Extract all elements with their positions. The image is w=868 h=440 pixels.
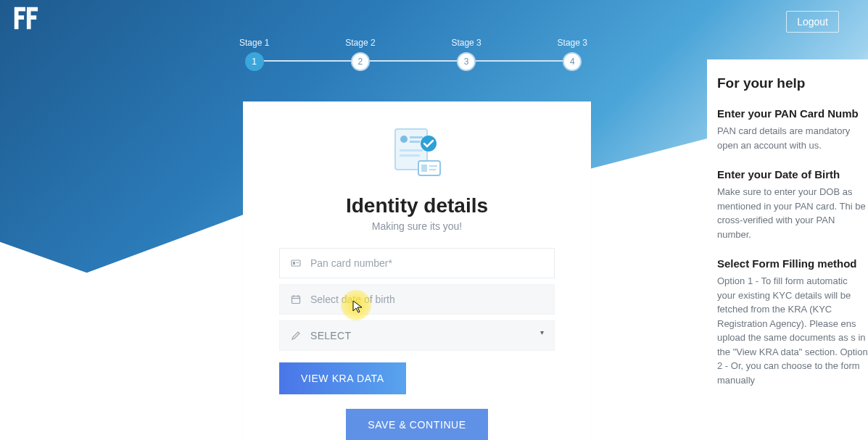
- identity-card: Identity details Making sure its you! SE…: [243, 101, 591, 440]
- svg-rect-14: [292, 296, 300, 304]
- step-label: Stage 2: [345, 38, 375, 48]
- help-heading-dob: Enter your Date of Birth: [717, 168, 868, 180]
- dob-input[interactable]: [310, 294, 544, 305]
- pan-field[interactable]: [279, 248, 555, 278]
- step-label: Stage 3: [451, 38, 481, 48]
- step-connector: [249, 60, 359, 62]
- save-continue-button[interactable]: SAVE & CONTINUE: [346, 409, 488, 440]
- help-sidebar: For your help Enter your PAN Card Numb P…: [707, 59, 868, 387]
- svg-point-6: [421, 136, 437, 151]
- logout-button[interactable]: Logout: [786, 11, 839, 33]
- svg-rect-5: [400, 154, 420, 157]
- pencil-icon: [290, 330, 302, 341]
- brand-logo: [12, 4, 39, 35]
- select-value: SELECT: [310, 330, 544, 341]
- svg-point-1: [400, 136, 408, 143]
- dob-field[interactable]: [279, 284, 555, 315]
- help-heading-method: Select Form Filling method: [717, 257, 868, 270]
- progress-stepper: Stage 1 1 Stage 2 2 Stage 3 3 Stage 3 4: [239, 38, 587, 71]
- chevron-down-icon: ▾: [540, 328, 544, 336]
- svg-rect-4: [400, 149, 423, 151]
- step-1[interactable]: Stage 1 1: [239, 38, 269, 71]
- pan-input[interactable]: [310, 257, 544, 269]
- svg-rect-8: [421, 165, 427, 172]
- view-kra-button[interactable]: VIEW KRA DATA: [279, 362, 406, 394]
- step-4[interactable]: Stage 3 4: [558, 38, 587, 71]
- step-label: Stage 3: [558, 38, 587, 48]
- help-body-method: Option 1 - To fill form automatic your e…: [717, 274, 868, 387]
- step-dot: 3: [457, 52, 476, 71]
- calendar-icon: [290, 294, 302, 305]
- svg-rect-3: [410, 141, 420, 143]
- svg-rect-12: [293, 262, 295, 265]
- help-body-pan: PAN card details are mandatory open an a…: [717, 124, 868, 152]
- card-title: Identity details: [279, 194, 555, 217]
- help-body-dob: Make sure to enter your DOB as mentioned…: [717, 185, 868, 241]
- step-dot: 1: [245, 52, 264, 71]
- svg-rect-11: [292, 260, 300, 266]
- card-subtitle: Making sure its you!: [279, 220, 555, 232]
- help-heading-pan: Enter your PAN Card Numb: [717, 107, 868, 120]
- step-connector: [460, 60, 571, 62]
- step-2[interactable]: Stage 2 2: [345, 38, 375, 71]
- step-dot: 2: [351, 52, 370, 71]
- id-card-icon: [290, 257, 302, 269]
- help-title: For your help: [717, 75, 868, 91]
- identity-illustration: [279, 123, 555, 181]
- step-connector: [355, 60, 465, 62]
- method-select[interactable]: SELECT ▾: [279, 320, 555, 351]
- step-dot: 4: [563, 52, 582, 71]
- step-label: Stage 1: [239, 38, 269, 48]
- svg-rect-13: [297, 262, 299, 263]
- svg-rect-9: [429, 165, 437, 167]
- step-3[interactable]: Stage 3 3: [451, 38, 481, 71]
- svg-rect-2: [410, 136, 423, 138]
- svg-rect-10: [429, 169, 436, 170]
